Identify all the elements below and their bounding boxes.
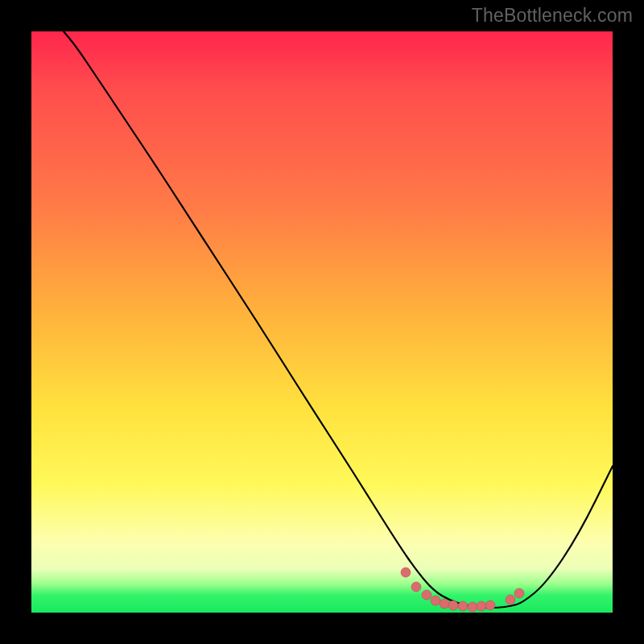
valley-curve bbox=[64, 31, 613, 608]
bottom-dot bbox=[448, 601, 458, 610]
bottom-dot bbox=[401, 568, 411, 577]
bottom-dot bbox=[514, 588, 524, 598]
bottom-dot bbox=[431, 596, 440, 605]
bottom-dot bbox=[485, 601, 495, 610]
bottom-dot bbox=[506, 595, 515, 605]
bottom-dot bbox=[411, 582, 421, 592]
curve-svg bbox=[31, 31, 613, 613]
bottom-dot bbox=[422, 590, 431, 600]
bottom-dots-group bbox=[401, 568, 524, 612]
watermark-text: TheBottleneck.com bbox=[472, 5, 633, 27]
bottom-dot bbox=[440, 599, 449, 609]
bottom-dot bbox=[468, 602, 477, 612]
chart-frame: TheBottleneck.com bbox=[0, 0, 644, 644]
bottom-dot bbox=[458, 601, 468, 611]
plot-area bbox=[31, 31, 613, 613]
bottom-dot bbox=[477, 601, 486, 611]
